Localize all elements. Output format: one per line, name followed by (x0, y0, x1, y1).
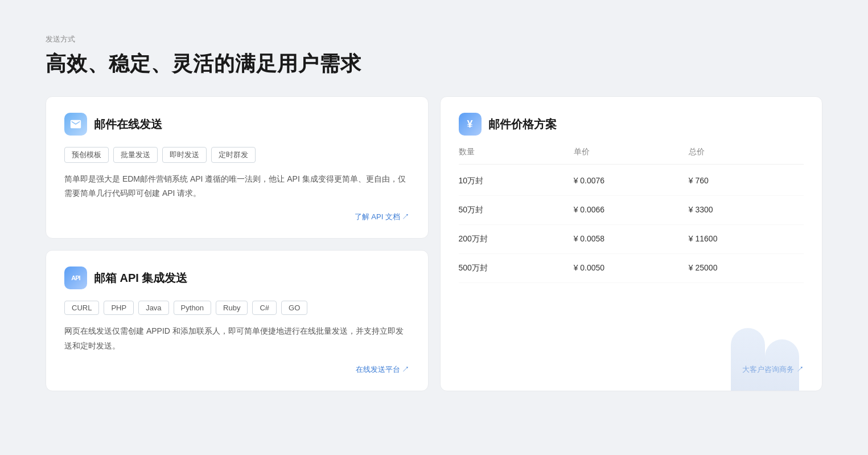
api-card-header: API 邮箱 API 集成发送 (64, 267, 410, 289)
row3-total: ¥ 11600 (689, 234, 804, 244)
section-label: 发送方式 (46, 34, 822, 44)
row2-qty: 50万封 (459, 205, 574, 215)
pricing-table: 数量 单价 总价 10万封 ¥ 0.0076 ¥ 760 50万封 ¥ 0.00… (459, 147, 804, 283)
row4-total: ¥ 25000 (689, 263, 804, 273)
tag-curl[interactable]: CURL (64, 301, 99, 315)
page-wrapper: 发送方式 高效、稳定、灵活的满足用户需求 邮件在线发送 预创模板 批量发送 即 (46, 34, 822, 391)
row4-unit: ¥ 0.0050 (574, 263, 689, 273)
email-icon (64, 113, 87, 136)
left-col: 邮件在线发送 预创模板 批量发送 即时发送 定时群发 简单即是强大是 EDM邮件… (46, 96, 429, 391)
tag-go[interactable]: GO (281, 301, 307, 315)
row1-qty: 10万封 (459, 176, 574, 186)
row1-unit: ¥ 0.0076 (574, 176, 689, 186)
row3-unit: ¥ 0.0058 (574, 234, 689, 244)
tag-scheduled[interactable]: 定时群发 (211, 147, 256, 163)
col-total-header: 总价 (689, 147, 804, 157)
email-card-desc: 简单即是强大是 EDM邮件营销系统 API 遵循的唯一法则，他让 API 集成变… (64, 172, 410, 200)
api-tags-row: CURL PHP Java Python Ruby C# GO (64, 301, 410, 315)
row4-qty: 500万封 (459, 263, 574, 273)
row3-qty: 200万封 (459, 234, 574, 244)
tag-template[interactable]: 预创模板 (64, 147, 109, 163)
col-unit-header: 单价 (574, 147, 689, 157)
col-qty-header: 数量 (459, 147, 574, 157)
api-doc-link[interactable]: 了解 API 文档 ↗ (64, 212, 410, 222)
row2-unit: ¥ 0.0066 (574, 205, 689, 215)
tag-batch[interactable]: 批量发送 (113, 147, 158, 163)
api-card-title: 邮箱 API 集成发送 (94, 270, 187, 286)
email-card-header: 邮件在线发送 (64, 113, 410, 136)
pricing-icon: ¥ (459, 113, 482, 136)
pricing-row-1: 10万封 ¥ 0.0076 ¥ 760 (459, 167, 804, 196)
api-card-desc: 网页在线发送仅需创建 APPID 和添加联系人，即可简单便捷地进行在线批量发送，… (64, 324, 410, 352)
tag-java[interactable]: Java (138, 301, 168, 315)
online-send-link[interactable]: 在线发送平台 ↗ (64, 364, 410, 375)
api-icon: API (64, 267, 87, 289)
deco-shape-1 (731, 328, 765, 391)
pricing-row-4: 500万封 ¥ 0.0050 ¥ 25000 (459, 254, 804, 283)
cards-grid: 邮件在线发送 预创模板 批量发送 即时发送 定时群发 简单即是强大是 EDM邮件… (46, 96, 822, 391)
pricing-card-title: 邮件价格方案 (488, 117, 557, 132)
page-title: 高效、稳定、灵活的满足用户需求 (46, 50, 822, 78)
api-card: API 邮箱 API 集成发送 CURL PHP Java Python Rub… (46, 250, 429, 391)
pricing-card-header: ¥ 邮件价格方案 (459, 113, 804, 136)
pricing-row-3: 200万封 ¥ 0.0058 ¥ 11600 (459, 225, 804, 254)
pricing-row-2: 50万封 ¥ 0.0066 ¥ 3300 (459, 196, 804, 225)
email-tags-row: 预创模板 批量发送 即时发送 定时群发 (64, 147, 410, 163)
row2-total: ¥ 3300 (689, 205, 804, 215)
pricing-card: ¥ 邮件价格方案 数量 单价 总价 10万封 ¥ 0.0076 ¥ 760 (440, 96, 823, 391)
pricing-header-row: 数量 单价 总价 (459, 147, 804, 165)
email-send-card: 邮件在线发送 预创模板 批量发送 即时发送 定时群发 简单即是强大是 EDM邮件… (46, 96, 429, 239)
email-card-title: 邮件在线发送 (94, 117, 162, 132)
row1-total: ¥ 760 (689, 176, 804, 186)
tag-ruby[interactable]: Ruby (216, 301, 248, 315)
tag-python[interactable]: Python (174, 301, 211, 315)
tag-csharp[interactable]: C# (252, 301, 277, 315)
tag-instant[interactable]: 即时发送 (162, 147, 207, 163)
deco-shape-2 (765, 339, 799, 391)
tag-php[interactable]: PHP (104, 301, 134, 315)
